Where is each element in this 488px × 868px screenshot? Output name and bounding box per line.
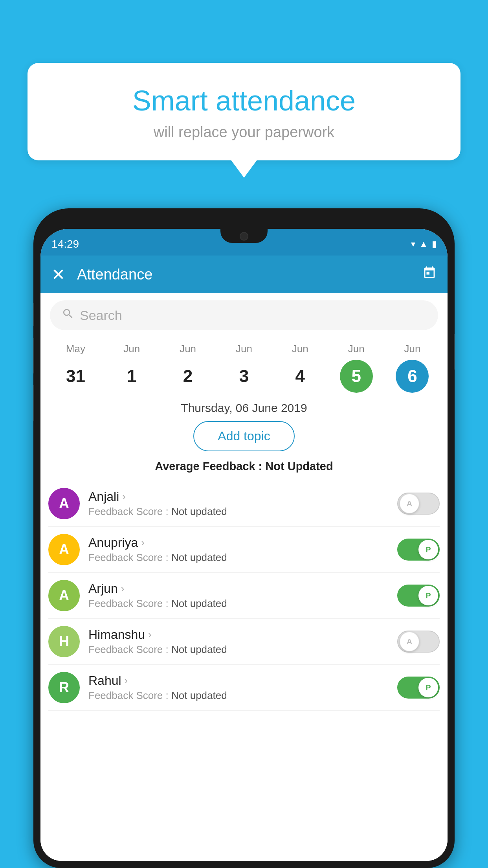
cal-month-label: Jun: [292, 343, 308, 355]
feedback-value: Not updated: [171, 644, 227, 655]
feedback-value: Not updated: [171, 506, 227, 517]
student-item[interactable]: AArjun ›Feedback Score : Not updatedP: [48, 573, 440, 619]
student-feedback: Feedback Score : Not updated: [88, 552, 389, 564]
student-name: Rahul ›: [88, 673, 389, 688]
toggle-knob: P: [418, 586, 438, 605]
search-icon: [62, 307, 74, 323]
calendar-row: May31Jun1Jun2Jun3Jun4Jun5Jun6: [40, 334, 448, 393]
cal-month-label: Jun: [404, 343, 421, 355]
chevron-right-icon: ›: [122, 491, 126, 503]
status-icons: ▾ ▲ ▮: [411, 235, 437, 249]
attendance-toggle[interactable]: A: [397, 493, 440, 515]
chevron-right-icon: ›: [141, 537, 145, 549]
student-info: Himanshu ›Feedback Score : Not updated: [88, 627, 389, 656]
student-feedback: Feedback Score : Not updated: [88, 644, 389, 656]
student-item[interactable]: AAnjali ›Feedback Score : Not updatedA: [48, 481, 440, 527]
bubble-subtitle: will replace your paperwork: [51, 124, 437, 141]
student-avatar: A: [48, 580, 80, 611]
phone-camera: [240, 232, 248, 241]
app-title: Attendance: [77, 266, 422, 283]
feedback-value: Not updated: [171, 552, 227, 563]
phone-notch: [220, 229, 268, 243]
student-name: Himanshu ›: [88, 627, 389, 642]
attendance-toggle[interactable]: P: [397, 677, 440, 699]
cal-date-num: 3: [227, 360, 261, 393]
toggle-knob: P: [418, 678, 438, 697]
calendar-day-2[interactable]: Jun2: [171, 343, 204, 393]
student-feedback: Feedback Score : Not updated: [88, 506, 389, 518]
bubble-title: Smart attendance: [51, 85, 437, 117]
cal-date-num: 4: [284, 360, 317, 393]
cal-month-label: Jun: [236, 343, 252, 355]
student-info: Rahul ›Feedback Score : Not updated: [88, 673, 389, 702]
student-name: Anupriya ›: [88, 535, 389, 550]
calendar-icon[interactable]: [422, 266, 437, 283]
student-feedback: Feedback Score : Not updated: [88, 690, 389, 702]
student-avatar: H: [48, 626, 80, 657]
calendar-day-31[interactable]: May31: [59, 343, 92, 393]
toggle-switch[interactable]: A: [397, 493, 440, 515]
cal-month-label: May: [66, 343, 85, 355]
battery-icon: ▮: [432, 239, 437, 249]
toggle-switch[interactable]: P: [397, 585, 440, 607]
cal-date-num: 2: [171, 360, 204, 393]
calendar-day-1[interactable]: Jun1: [115, 343, 148, 393]
attendance-toggle[interactable]: P: [397, 539, 440, 561]
cal-month-label: Jun: [180, 343, 196, 355]
content-area: Search May31Jun1Jun2Jun3Jun4Jun5Jun6 Thu…: [40, 293, 448, 861]
calendar-day-6[interactable]: Jun6: [396, 343, 429, 393]
cal-date-num: 1: [115, 360, 148, 393]
app-bar: ✕ Attendance: [40, 256, 448, 293]
side-button-left-2: [33, 338, 34, 373]
search-bar[interactable]: Search: [50, 300, 438, 330]
student-list: AAnjali ›Feedback Score : Not updatedAAA…: [40, 481, 448, 711]
feedback-value: Not updated: [171, 598, 227, 609]
toggle-switch[interactable]: P: [397, 677, 440, 699]
signal-icon: ▲: [419, 239, 428, 249]
add-topic-button[interactable]: Add topic: [193, 421, 294, 451]
phone-screen: 14:29 ▾ ▲ ▮ ✕ Attendance: [40, 229, 448, 861]
cal-month-label: Jun: [123, 343, 140, 355]
student-avatar: R: [48, 672, 80, 703]
toggle-knob: P: [418, 540, 438, 559]
toggle-switch[interactable]: A: [397, 631, 440, 653]
student-info: Arjun ›Feedback Score : Not updated: [88, 581, 389, 610]
side-button-left-1: [33, 303, 34, 326]
cal-date-num: 6: [396, 360, 429, 393]
student-name: Anjali ›: [88, 489, 389, 504]
wifi-icon: ▾: [411, 239, 415, 249]
cal-month-label: Jun: [348, 343, 365, 355]
avg-feedback-value: Not Updated: [265, 460, 333, 473]
cal-date-num: 31: [59, 360, 92, 393]
search-placeholder: Search: [80, 308, 122, 323]
student-avatar: A: [48, 534, 80, 565]
side-button-left-3: [33, 385, 34, 421]
speech-bubble: Smart attendance will replace your paper…: [28, 63, 460, 160]
student-feedback: Feedback Score : Not updated: [88, 598, 389, 610]
attendance-toggle[interactable]: P: [397, 585, 440, 607]
avg-feedback: Average Feedback : Not Updated: [40, 460, 448, 473]
student-info: Anjali ›Feedback Score : Not updated: [88, 489, 389, 518]
side-button-right: [454, 334, 455, 370]
calendar-day-4[interactable]: Jun4: [284, 343, 317, 393]
student-name: Arjun ›: [88, 581, 389, 596]
feedback-value: Not updated: [171, 690, 227, 701]
toggle-knob: A: [400, 632, 419, 651]
student-item[interactable]: HHimanshu ›Feedback Score : Not updatedA: [48, 619, 440, 665]
calendar-day-3[interactable]: Jun3: [227, 343, 261, 393]
student-item[interactable]: RRahul ›Feedback Score : Not updatedP: [48, 665, 440, 711]
avg-feedback-label: Average Feedback :: [155, 460, 262, 473]
close-button[interactable]: ✕: [51, 265, 77, 284]
selected-date-label: Thursday, 06 June 2019: [40, 393, 448, 421]
chevron-right-icon: ›: [121, 583, 125, 595]
chevron-right-icon: ›: [125, 675, 128, 687]
chevron-right-icon: ›: [148, 629, 152, 641]
cal-date-num: 5: [340, 360, 373, 393]
toggle-switch[interactable]: P: [397, 539, 440, 561]
student-info: Anupriya ›Feedback Score : Not updated: [88, 535, 389, 564]
phone-frame: 14:29 ▾ ▲ ▮ ✕ Attendance: [33, 208, 455, 868]
toggle-knob: A: [400, 494, 419, 513]
student-item[interactable]: AAnupriya ›Feedback Score : Not updatedP: [48, 527, 440, 573]
calendar-day-5[interactable]: Jun5: [340, 343, 373, 393]
attendance-toggle[interactable]: A: [397, 631, 440, 653]
